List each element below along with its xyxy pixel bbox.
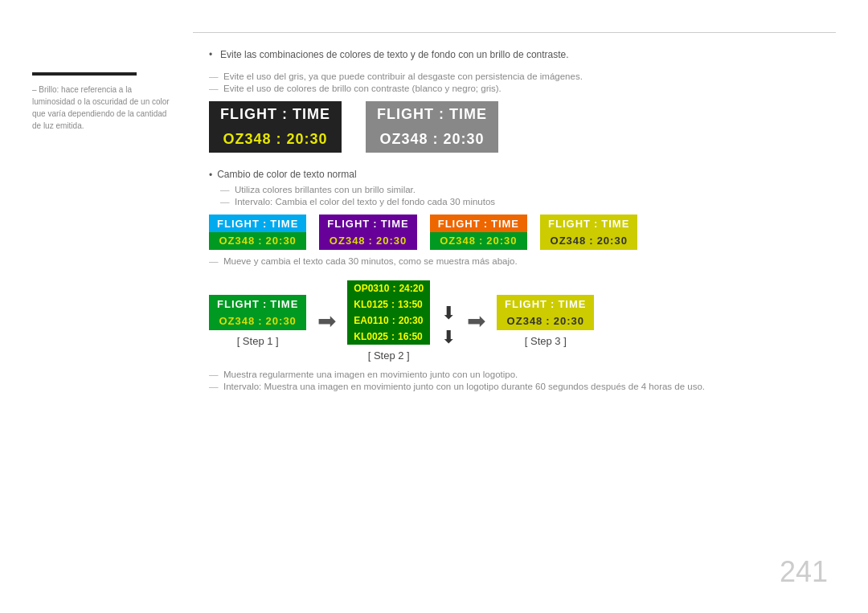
step1-container: FLIGHT : TIME OZ348 : 20:30 [ Step 1 ]: [209, 295, 306, 347]
section4-dashes: Muestra regularmente una imagen en movim…: [209, 370, 836, 391]
intro-bullets: Evite las combinaciones de colores de te…: [209, 49, 836, 60]
colon-g1: :: [439, 106, 444, 123]
bullet-item-1: Evite las combinaciones de colores de te…: [209, 49, 836, 60]
section3-dashes: Mueve y cambia el texto cada 30 minutos,…: [209, 256, 836, 266]
step1-display: FLIGHT : TIME OZ348 : 20:30: [209, 295, 306, 330]
sidebar: – Brillo: hace referencia a la luminosid…: [32, 32, 193, 396]
flight-display-black: FLIGHT : TIME OZ348 : 20:30: [209, 101, 342, 153]
down-arrow-2: ⬇: [441, 327, 456, 348]
blue-top: FLIGHT : TIME: [209, 215, 306, 232]
section2-dash-1: Utiliza colores brillantes con un brillo…: [220, 185, 836, 194]
flight-display-purple: FLIGHT : TIME OZ348 : 20:30: [319, 215, 416, 250]
purple-bottom: OZ348 : 20:30: [319, 232, 416, 250]
intro-dashes: Evite el uso del gris, ya que puede cont…: [209, 72, 836, 93]
flight-display-gray-bottom: OZ348 : 20:30: [366, 127, 498, 153]
colon-g2: :: [432, 131, 438, 148]
section2-dash-2: Intervalo: Cambia el color del texto y d…: [220, 197, 836, 206]
large-displays-row: FLIGHT : TIME OZ348 : 20:30 FLIGHT : TIM…: [209, 101, 836, 153]
section2-dashes: Utiliza colores brillantes con un brillo…: [209, 185, 836, 206]
step2-label: [ Step 2 ]: [368, 349, 410, 362]
time-label-g: TIME: [449, 106, 487, 123]
flight-display-orange: FLIGHT : TIME OZ348 : 20:30: [430, 215, 527, 250]
time-value: 20:30: [286, 131, 327, 148]
step3-display: FLIGHT : TIME OZ348 : 20:30: [497, 295, 594, 330]
page-number: 241: [780, 555, 828, 589]
section4-dash-2: Intervalo: Muestra una imagen en movimie…: [209, 382, 836, 391]
blue-bottom: OZ348 : 20:30: [209, 232, 306, 250]
yellow-bottom: OZ348 : 20:30: [540, 232, 637, 250]
main-content: Evite las combinaciones de colores de te…: [193, 32, 836, 396]
time-label: TIME: [293, 106, 330, 123]
yellow-top: FLIGHT : TIME: [540, 215, 637, 232]
oz348-label-g: OZ348: [379, 131, 428, 148]
arrow-right-2: ➡: [467, 308, 485, 334]
down-arrow-1: ⬇: [441, 303, 456, 324]
bullet-dot: •: [209, 170, 212, 181]
steps-section: FLIGHT : TIME OZ348 : 20:30 [ Step 1 ] ➡: [209, 280, 836, 362]
step1-bottom: OZ348 : 20:30: [209, 313, 306, 330]
flight-label-g: FLIGHT: [377, 106, 434, 123]
flight-display-black-top: FLIGHT : TIME: [209, 101, 342, 127]
flight-display-blue: FLIGHT : TIME OZ348 : 20:30: [209, 215, 306, 250]
mfd-row-3: EA0110 : 20:30: [347, 313, 430, 329]
step2-multi-display: OP0310 : 24:20 KL0125 : 13:50 EA0110 : 2…: [347, 280, 430, 345]
down-arrows: ⬇ ⬇: [441, 303, 456, 348]
sidebar-text: – Brillo: hace referencia a la luminosid…: [32, 84, 177, 132]
sidebar-rule: [32, 72, 137, 76]
flight-display-gray-top: FLIGHT : TIME: [366, 101, 498, 127]
time-value-g: 20:30: [443, 131, 484, 148]
mfd-row-2: KL0125 : 13:50: [347, 296, 430, 313]
step2-container: OP0310 : 24:20 KL0125 : 13:50 EA0110 : 2…: [347, 280, 430, 362]
purple-top: FLIGHT : TIME: [319, 215, 416, 232]
flight-display-yellow: FLIGHT : TIME OZ348 : 20:30: [540, 215, 637, 250]
mfd-row-4: KL0025 : 16:50: [347, 329, 430, 345]
flight-label: FLIGHT: [220, 106, 277, 123]
section3-dash: Mueve y cambia el texto cada 30 minutos,…: [209, 256, 836, 266]
color-displays-row: FLIGHT : TIME OZ348 : 20:30 FLIGHT : TIM…: [209, 215, 836, 250]
dash-item-2: Evite el uso de colores de brillo con co…: [209, 84, 836, 93]
section4-dash-1: Muestra regularmente una imagen en movim…: [209, 370, 836, 379]
oz348-label: OZ348: [223, 131, 271, 148]
step1-top: FLIGHT : TIME: [209, 295, 306, 313]
section2-bullet-text: Cambio de color de texto normal: [217, 169, 356, 180]
orange-bottom: OZ348 : 20:30: [430, 232, 527, 250]
step3-container: FLIGHT : TIME OZ348 : 20:30 [ Step 3 ]: [497, 295, 594, 347]
arrow-right-1: ➡: [317, 308, 336, 334]
step3-label: [ Step 3 ]: [525, 335, 567, 347]
flight-display-gray: FLIGHT : TIME OZ348 : 20:30: [366, 101, 498, 153]
flight-display-black-bottom: OZ348 : 20:30: [209, 127, 342, 153]
dash-item-1: Evite el uso del gris, ya que puede cont…: [209, 72, 836, 81]
step3-bottom: OZ348 : 20:30: [497, 313, 594, 330]
colon-2: :: [276, 131, 281, 148]
mfd-row-1: OP0310 : 24:20: [347, 280, 430, 296]
section2-bullet-row: • Cambio de color de texto normal: [209, 169, 836, 181]
step1-label: [ Step 1 ]: [237, 335, 279, 347]
colon-1: :: [282, 106, 288, 123]
orange-top: FLIGHT : TIME: [430, 215, 527, 232]
step3-top: FLIGHT : TIME: [497, 295, 594, 313]
